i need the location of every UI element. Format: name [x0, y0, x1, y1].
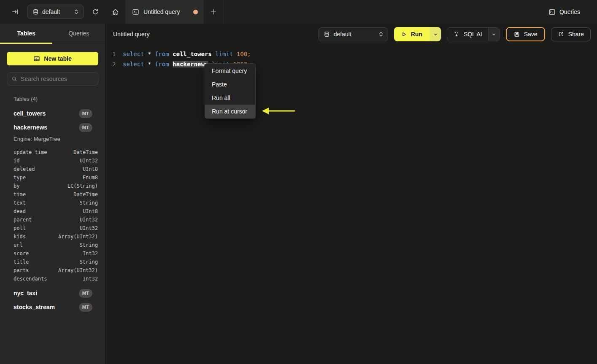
share-button[interactable]: Share — [551, 27, 591, 41]
column-row: titleString — [0, 258, 105, 266]
code-text: select * from cell_towers limit 100; — [123, 51, 251, 57]
column-name: poll — [14, 225, 80, 231]
column-row: deadUInt8 — [0, 207, 105, 216]
queries-label: Queries — [559, 8, 580, 15]
share-icon — [558, 31, 565, 38]
column-name: dead — [14, 208, 83, 214]
share-label: Share — [568, 31, 584, 38]
sql-token: from — [155, 51, 169, 57]
column-type: String — [80, 200, 98, 206]
sidebar-tab-queries[interactable]: Queries — [53, 24, 105, 43]
engine-badge: MT — [79, 109, 92, 118]
query-title: Untitled query — [113, 31, 149, 38]
column-type: UInt8 — [83, 166, 98, 172]
column-row: pollUInt32 — [0, 224, 105, 232]
context-menu-item-paste[interactable]: Paste — [205, 78, 255, 91]
home-button[interactable] — [105, 0, 125, 24]
column-name: parent — [14, 217, 80, 223]
column-name: url — [14, 242, 80, 248]
column-type: String — [80, 242, 98, 248]
context-menu-item-format-query[interactable]: Format query — [205, 64, 255, 78]
collapse-sidebar-button[interactable] — [9, 6, 21, 18]
table-name: cell_towers — [14, 110, 79, 117]
column-type: UInt32 — [80, 225, 98, 231]
sidebar-tabs: Tables Queries — [0, 24, 105, 43]
refresh-button[interactable] — [89, 6, 101, 18]
annotation-arrow — [261, 105, 297, 116]
table-row-cell-towers[interactable]: cell_towers MT — [0, 109, 105, 118]
column-row: kidsArray(UInt32) — [0, 232, 105, 241]
sql-ai-button-group: SQL AI — [447, 27, 500, 41]
engine-badge: MT — [79, 303, 92, 312]
line-number: 2 — [105, 61, 116, 67]
topbar-spacer — [223, 0, 543, 24]
column-name: title — [14, 259, 80, 265]
table-name: nyc_taxi — [14, 290, 79, 297]
database-icon — [324, 31, 330, 38]
toolbar-database-value: default — [334, 31, 375, 38]
context-menu: Format queryPasteRun allRun at cursor — [205, 63, 256, 119]
toolbar-database-selector[interactable]: default — [318, 27, 388, 41]
new-tab-button[interactable] — [204, 0, 223, 24]
run-options-button[interactable] — [430, 27, 441, 41]
sidebar-tab-tables[interactable]: Tables — [0, 24, 53, 43]
new-table-button[interactable]: New table — [7, 52, 98, 65]
column-row: typeEnum8 — [0, 173, 105, 182]
column-type: LC(String) — [68, 183, 98, 189]
run-button-group: Run — [394, 27, 441, 41]
topbar-database-selector[interactable]: default — [27, 5, 84, 19]
sql-token: cell_towers — [173, 51, 212, 57]
table-name: hackernews — [14, 124, 79, 131]
unsaved-changes-dot — [193, 10, 198, 14]
tab-untitled-query[interactable]: Untitled query — [125, 0, 204, 24]
sql-editor[interactable]: 1 select * from cell_towers limit 100; 2… — [105, 45, 597, 364]
table-row-nyc-taxi[interactable]: nyc_taxi MT — [0, 289, 105, 298]
sql-token: * — [144, 51, 155, 57]
select-sorter-icon — [74, 9, 79, 15]
column-row: idUInt32 — [0, 156, 105, 165]
chevron-down-icon — [492, 32, 496, 37]
sql-ai-label: SQL AI — [464, 31, 482, 38]
sql-token: 100; — [237, 51, 251, 57]
sql-token — [233, 51, 236, 57]
column-type: Int32 — [83, 251, 98, 256]
columns-list: update_timeDateTimeidUInt32deletedUInt8t… — [0, 148, 105, 283]
tab-label: Untitled query — [143, 8, 189, 15]
sql-token — [169, 61, 173, 67]
query-toolbar: Untitled query default — [105, 24, 597, 45]
column-name: type — [14, 175, 83, 181]
search-box — [7, 72, 98, 86]
column-row: update_timeDateTime — [0, 148, 105, 156]
sql-token: select — [123, 61, 144, 67]
column-type: Array(UInt32) — [58, 267, 98, 273]
database-icon — [32, 9, 39, 15]
sidebar: Tables Queries New table Tables (4) cell… — [0, 24, 105, 364]
column-name: score — [14, 251, 83, 256]
run-button[interactable]: Run — [394, 27, 430, 41]
column-row: descendantsInt32 — [0, 275, 105, 283]
context-menu-item-run-at-cursor[interactable]: Run at cursor — [205, 105, 255, 118]
top-bar-left: default — [0, 0, 105, 24]
top-bar: default — [0, 0, 597, 24]
sql-token: hackernews — [173, 61, 208, 67]
search-input[interactable] — [21, 75, 97, 82]
refresh-icon — [92, 8, 99, 16]
line-number: 1 — [105, 51, 116, 57]
code-line-1: 1 select * from cell_towers limit 100; — [105, 49, 597, 59]
save-button[interactable]: Save — [506, 27, 545, 41]
column-row: textString — [0, 199, 105, 207]
table-row-stocks-stream[interactable]: stocks_stream MT — [0, 302, 105, 312]
query-toolbar-controls: default Run — [318, 27, 591, 41]
context-menu-item-run-all[interactable]: Run all — [205, 91, 255, 105]
sql-ai-button[interactable]: SQL AI — [447, 28, 488, 41]
table-row-hackernews[interactable]: hackernews MT — [0, 123, 105, 132]
sql-ai-options-button[interactable] — [488, 28, 500, 41]
sql-token: select — [123, 51, 144, 57]
tab-strip: Untitled query — [105, 0, 223, 24]
queries-button[interactable]: Queries — [543, 0, 597, 24]
topbar-database-value: default — [42, 8, 70, 15]
column-type: Enum8 — [83, 175, 98, 181]
column-row: timeDateTime — [0, 190, 105, 199]
sql-token: * — [144, 61, 155, 67]
terminal-icon — [132, 8, 139, 16]
